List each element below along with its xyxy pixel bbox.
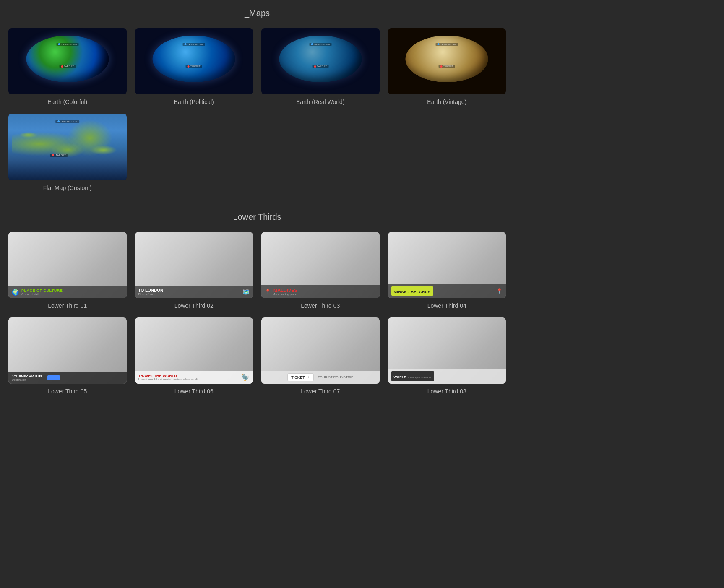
- lt-04-pin-icon: 📍: [496, 288, 503, 294]
- lt-02-map-icon: 🗺️: [242, 289, 250, 295]
- lt-01-label: Lower Third 01: [48, 302, 87, 309]
- lt-08-overlay: WORLD lorem ipsum dolor sit: [388, 369, 506, 384]
- lt-item-03[interactable]: 📍 MALDIVES An amazing place Lower Third …: [261, 232, 380, 309]
- lt-02-thumb: TO LONDON Place of love 🗺️: [135, 232, 253, 298]
- lt-01-overlay: 🌍 PLACE OF CULTURE Our next visit: [8, 286, 127, 298]
- lt-02-title: TO LONDON: [138, 288, 164, 293]
- earth-vintage-label: Earth (Vintage): [427, 99, 466, 105]
- lt-03-thumb: 📍 MALDIVES An amazing place: [261, 232, 380, 298]
- map-item-earth-colorful[interactable]: TRANSFORM TARGET Earth (Colorful): [8, 28, 127, 105]
- lt-08-label: Lower Third 08: [427, 388, 466, 395]
- lt-03-label: Lower Third 03: [301, 302, 340, 309]
- target-label-1: TARGET: [59, 65, 76, 68]
- lower-thirds-grid-row1: 🌍 PLACE OF CULTURE Our next visit Lower …: [4, 232, 510, 309]
- lt-07-overlay: Ticket ✈ TOURIST ROUNDTRIP: [261, 371, 380, 384]
- lt-08-world-box: WORLD lorem ipsum dolor sit: [391, 371, 434, 381]
- transform-label-4: TRANSFORM: [436, 43, 458, 46]
- lt-item-07[interactable]: Ticket ✈ TOURIST ROUNDTRIP Lower Third 0…: [261, 317, 380, 395]
- empty-cell-3: [388, 114, 506, 191]
- lt-03-title: MALDIVES: [273, 288, 297, 293]
- lt-02-text: TO LONDON Place of love: [138, 288, 164, 296]
- lt-08-title: WORLD: [394, 375, 406, 379]
- transform-label-2: TRANSFORM: [183, 43, 205, 46]
- target-label-4: TARGET: [439, 65, 455, 68]
- lt-05-subtitle: Destination: [12, 378, 42, 381]
- lt-07-title: Ticket: [291, 375, 305, 380]
- flatmap-continents: [12, 117, 123, 177]
- lt-02-subtitle: Place of love: [138, 293, 164, 296]
- flatmap-target-label: TARGET: [50, 154, 68, 157]
- lt-01-title: PLACE OF CULTURE: [21, 289, 63, 293]
- lt-03-subtitle: An amazing place: [273, 293, 297, 296]
- dot-transform-3: [311, 43, 313, 45]
- lt-05-label: Lower Third 05: [48, 388, 87, 395]
- lt-08-thumb: WORLD lorem ipsum dolor sit: [388, 317, 506, 384]
- transform-label-1: TRANSFORM: [56, 43, 78, 46]
- lt-06-text: TRAVEL THE WORLD Lorem ipsum dolor sit a…: [138, 374, 198, 381]
- lt-01-text: PLACE OF CULTURE Our next visit: [21, 289, 63, 296]
- dot-target-3: [314, 65, 316, 68]
- lt-01-subtitle: Our next visit: [21, 293, 63, 296]
- map-item-earth-realworld[interactable]: TRANSFORM TARGET Earth (Real World): [261, 28, 380, 105]
- lt-03-text: MALDIVES An amazing place: [273, 288, 297, 296]
- lt-item-05[interactable]: Journey via Bus Destination Lower Third …: [8, 317, 127, 395]
- earth-realworld-thumb: TRANSFORM TARGET: [261, 28, 380, 94]
- lt-05-thumb: Journey via Bus Destination: [8, 317, 127, 384]
- lt-05-text: Journey via Bus Destination: [12, 375, 42, 381]
- lt-07-plane-icon: ✈: [307, 375, 310, 380]
- dot-transform-1: [58, 43, 60, 45]
- lt-06-thumb: TRAVEL THE WORLD Lorem ipsum dolor sit a…: [135, 317, 253, 384]
- dot-target-1: [61, 65, 63, 68]
- map-item-earth-political[interactable]: TRANSFORM TARGET Earth (Political): [135, 28, 253, 105]
- lt-07-subtitle: TOURIST ROUNDTRIP: [318, 375, 354, 379]
- lt-06-label: Lower Third 06: [174, 388, 214, 395]
- lt-02-label: Lower Third 02: [174, 302, 214, 309]
- earth-realworld-label: Earth (Real World): [296, 99, 345, 105]
- lt-07-label: Lower Third 07: [301, 388, 340, 395]
- lt-item-04[interactable]: MINSK - BELARUS 📍 Lower Third 04: [388, 232, 506, 309]
- lt-06-bird-icon: 🦤: [241, 373, 250, 381]
- empty-cell-1: [135, 114, 253, 191]
- lt-08-subtitle: lorem ipsum dolor sit: [408, 376, 431, 379]
- dot-transform-flat: [57, 120, 60, 122]
- lt-05-title: Journey via Bus: [12, 375, 42, 378]
- dot-target-flat: [52, 154, 54, 156]
- lt-item-02[interactable]: TO LONDON Place of love 🗺️ Lower Third 0…: [135, 232, 253, 309]
- target-label-2: TARGET: [186, 65, 202, 68]
- lt-06-overlay: TRAVEL THE WORLD Lorem ipsum dolor sit a…: [135, 371, 253, 384]
- maps-grid: TRANSFORM TARGET Earth (Colorful) TRANSF…: [4, 28, 510, 105]
- earth-political-label: Earth (Political): [174, 99, 214, 105]
- lt-item-01[interactable]: 🌍 PLACE OF CULTURE Our next visit Lower …: [8, 232, 127, 309]
- transform-label-3: TRANSFORM: [309, 43, 331, 46]
- lt-04-minsk-box: MINSK - BELARUS: [391, 286, 433, 296]
- target-label-3: TARGET: [312, 65, 328, 68]
- lt-04-thumb: MINSK - BELARUS 📍: [388, 232, 506, 298]
- lt-01-thumb: 🌍 PLACE OF CULTURE Our next visit: [8, 232, 127, 298]
- lt-03-overlay: 📍 MALDIVES An amazing place: [261, 285, 380, 298]
- lt-07-thumb: Ticket ✈ TOURIST ROUNDTRIP: [261, 317, 380, 384]
- lt-item-08[interactable]: WORLD lorem ipsum dolor sit Lower Third …: [388, 317, 506, 395]
- map-item-earth-vintage[interactable]: TRANSFORM TARGET Earth (Vintage): [388, 28, 506, 105]
- map-item-flat-map[interactable]: TRANSFORM TARGET Flat Map (Custom): [8, 114, 127, 191]
- lt-05-overlay: Journey via Bus Destination: [8, 372, 127, 384]
- maps-row2-grid: TRANSFORM TARGET Flat Map (Custom): [4, 114, 510, 191]
- dot-target-4: [440, 65, 443, 68]
- flat-map-label: Flat Map (Custom): [43, 185, 92, 191]
- lt-01-globe-icon: 🌍: [12, 289, 19, 296]
- lt-item-06[interactable]: TRAVEL THE WORLD Lorem ipsum dolor sit a…: [135, 317, 253, 395]
- lt-07-ticket-box: Ticket ✈: [287, 373, 314, 381]
- flat-map-thumb: TRANSFORM TARGET: [8, 114, 127, 180]
- lt-06-title: TRAVEL THE WORLD: [138, 374, 198, 378]
- lt-04-label: Lower Third 04: [427, 302, 466, 309]
- lt-04-overlay: MINSK - BELARUS 📍: [388, 284, 506, 298]
- lt-04-title: MINSK - BELARUS: [394, 290, 431, 294]
- empty-cell-2: [261, 114, 380, 191]
- flatmap-transform-label: TRANSFORM: [55, 120, 80, 123]
- earth-colorful-thumb: TRANSFORM TARGET: [8, 28, 127, 94]
- dot-target-2: [188, 65, 190, 68]
- dot-transform-4: [438, 43, 440, 45]
- lower-thirds-grid-row2: Journey via Bus Destination Lower Third …: [4, 317, 510, 395]
- lt-02-overlay: TO LONDON Place of love 🗺️: [135, 286, 253, 298]
- lt-06-subtitle: Lorem ipsum dolor sit amet consectetur a…: [138, 378, 198, 381]
- earth-colorful-label: Earth (Colorful): [47, 99, 87, 105]
